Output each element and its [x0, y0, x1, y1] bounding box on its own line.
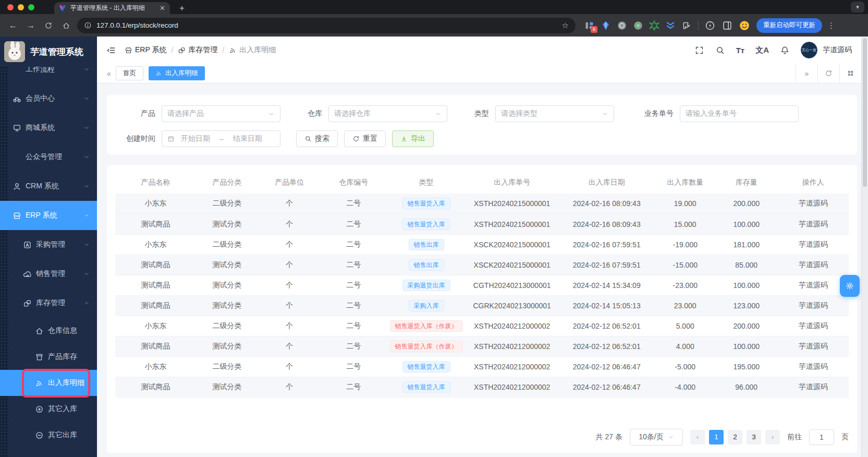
page-button-1[interactable]: 1 [709, 430, 724, 444]
close-window-button[interactable] [7, 4, 14, 10]
tab-home[interactable]: 首页 [116, 66, 143, 80]
sidebar-item-12[interactable]: 其它入库 [0, 396, 97, 422]
sidebar-item-label: 采购管理 [36, 240, 65, 249]
page-button-3[interactable]: 3 [747, 430, 761, 444]
battery-saver-icon[interactable] [704, 20, 716, 31]
sidebar-item-11[interactable]: 出入库明细 [0, 370, 97, 396]
prev-page-button[interactable]: ‹ [690, 430, 705, 444]
tab-stock-record[interactable]: 出入库明细 [149, 66, 205, 80]
reset-button[interactable]: 重置 [344, 130, 386, 147]
table-row[interactable]: 小东东二级分类个二号销售退货入库XSTH202402150000012024-0… [115, 194, 849, 214]
cell-order-no: XSTH20240212000002 [466, 377, 558, 397]
ext-green-star-icon[interactable] [649, 20, 659, 31]
browser-update-button[interactable]: 重新启动即可更新 [756, 18, 822, 33]
window-controls[interactable] [7, 4, 34, 10]
ext-vue-devtools-icon[interactable] [665, 20, 676, 31]
font-size-icon[interactable]: Tᴛ [736, 45, 745, 55]
collapse-sidebar-icon[interactable] [106, 45, 116, 55]
reload-icon[interactable] [42, 19, 55, 32]
ext-gem-icon[interactable] [601, 20, 611, 31]
address-bar[interactable]: 127.0.0.1/erp/stock/record ☆ [77, 18, 576, 33]
ext-green-dot-icon[interactable] [633, 20, 643, 31]
page-size-select[interactable]: 10条/页 [630, 429, 683, 446]
table-row[interactable]: 测试商品测试分类个二号采购入库CGRK202402130000012024-02… [115, 295, 849, 316]
table-row[interactable]: 小东东二级分类个二号销售退货入库XSTH202402120000022024-0… [115, 356, 849, 377]
notification-bell-icon[interactable] [780, 45, 790, 55]
goto-label: 前往 [787, 432, 802, 442]
home-icon[interactable] [59, 19, 73, 32]
app-logo[interactable]: 芋道管理系统 [0, 37, 97, 67]
export-button[interactable]: 导出 [392, 130, 434, 147]
settings-fab[interactable] [840, 275, 860, 297]
sidebar-item-1[interactable]: 会员中心 [0, 84, 97, 113]
tabs-scroll-right-icon[interactable]: » [796, 64, 817, 83]
product-select[interactable]: 请选择产品 [162, 105, 280, 122]
sidebar-item-6[interactable]: 采购管理 [0, 230, 97, 259]
table-row[interactable]: 测试商品测试分类个二号销售退货入库XSTH202402120000022024-… [115, 377, 849, 397]
language-icon[interactable]: 文A [755, 45, 769, 55]
column-header: 仓库编号 [321, 172, 387, 194]
app-window: 芋道管理系统 工作流程会员中心商城系统公众号管理CRM 系统ERP 系统采购管理… [0, 37, 868, 457]
search-button[interactable]: 搜索 [296, 130, 338, 147]
table-row[interactable]: 测试商品测试分类个二号销售出库XSCK202402150000012024-02… [115, 255, 849, 275]
forward-icon[interactable]: → [24, 19, 38, 32]
cell-quantity: 5.000 [655, 316, 715, 336]
cell-category: 测试分类 [196, 295, 259, 316]
tab-search-chevron-icon[interactable]: ▾ [851, 2, 864, 13]
sidebar-item-7[interactable]: 销售管理 [0, 259, 97, 288]
sidebar-item-2[interactable]: 商城系统 [0, 113, 97, 142]
cloud-icon [23, 270, 32, 279]
sidebar-item-3[interactable]: 公众号管理 [0, 142, 97, 172]
minimize-window-button[interactable] [18, 4, 24, 10]
cell-type: 采购退货出库 [387, 275, 466, 295]
user-avatar[interactable]: 文心一言 [801, 42, 817, 58]
table-row[interactable]: 测试商品测试分类个二号采购退货出库CGTH202402130000012024-… [115, 275, 849, 295]
layout-grid-icon[interactable] [839, 64, 861, 83]
table-row[interactable]: 测试商品测试分类个二号销售退货入库XSTH202402150000012024-… [115, 214, 849, 234]
username[interactable]: 芋道源码 [823, 45, 852, 55]
extensions-puzzle-icon[interactable] [681, 20, 692, 31]
bookmark-star-icon[interactable]: ☆ [562, 21, 569, 30]
bizno-input[interactable]: 请输入业务单号 [680, 105, 799, 122]
side-panel-icon[interactable] [722, 20, 733, 31]
breadcrumb-item-0[interactable]: ERP 系统 [125, 45, 166, 55]
table-row[interactable]: 小东东二级分类个二号销售出库XSCK202402150000012024-02-… [115, 234, 849, 255]
close-tab-icon[interactable]: ✕ [160, 4, 165, 12]
next-page-button[interactable]: › [765, 430, 780, 444]
scrollbar-thumb[interactable] [863, 38, 867, 187]
sidebar-item-10[interactable]: 产品库存 [0, 344, 97, 370]
breadcrumb-item-2[interactable]: 出入库明细 [229, 45, 276, 55]
page-button-2[interactable]: 2 [728, 430, 742, 444]
type-select[interactable]: 请选择类型 [495, 105, 614, 122]
profile-avatar-icon[interactable] [739, 20, 750, 31]
column-header: 产品分类 [196, 172, 259, 194]
new-tab-button[interactable]: + [176, 3, 188, 14]
search-icon[interactable] [715, 45, 725, 55]
browser-menu-icon[interactable]: ⋮ [827, 21, 835, 30]
table-row[interactable]: 小东东二级分类个二号销售退货入库（作废）XSTH2024021200000220… [115, 316, 849, 336]
back-icon[interactable]: ← [6, 19, 20, 32]
cell-datetime: 2024-02-12 06:52:01 [558, 316, 655, 336]
table-row[interactable]: 测试商品测试分类个二号销售退货入库（作废）XSTH202402120000022… [115, 336, 849, 356]
cell-name: 测试商品 [115, 377, 196, 397]
tabs-scroll-left-icon[interactable]: « [102, 69, 116, 78]
maximize-window-button[interactable] [28, 4, 34, 10]
cell-order-no: XSTH20240215000001 [466, 194, 558, 214]
warehouse-select[interactable]: 请选择仓库 [328, 105, 447, 122]
ext-colorpicker-icon[interactable]: 6 [584, 20, 595, 31]
browser-tab[interactable]: 芋道管理系统 - 出入库明细 ✕ [54, 2, 170, 14]
breadcrumb-item-1[interactable]: 库存管理 [178, 45, 217, 55]
goto-page-input[interactable] [809, 429, 834, 445]
ext-gray-circle-icon[interactable] [617, 20, 627, 31]
refresh-page-icon[interactable] [817, 64, 839, 83]
date-range-input[interactable]: 开始日期 – 结束日期 [162, 130, 280, 147]
sidebar-item-8[interactable]: 库存管理 [0, 288, 97, 318]
page-scrollbar[interactable] [861, 37, 868, 457]
sidebar-item-4[interactable]: CRM 系统 [0, 172, 97, 201]
fullscreen-icon[interactable] [694, 45, 704, 55]
site-info-icon[interactable] [84, 21, 92, 29]
sidebar-item-9[interactable]: 仓库信息 [0, 318, 97, 344]
sidebar-item-5[interactable]: ERP 系统 [0, 201, 97, 230]
sidebar-item-13[interactable]: 其它出库 [0, 422, 97, 448]
cell-type: 销售出库 [387, 234, 466, 255]
